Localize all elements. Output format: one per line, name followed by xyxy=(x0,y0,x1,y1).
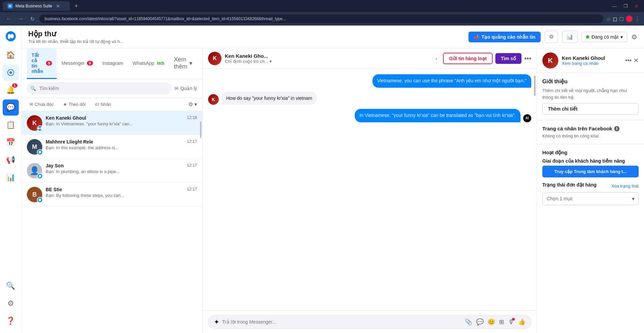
table-btn[interactable]: ⊞ xyxy=(499,318,504,326)
sidebar-item-calendar[interactable]: 📅 xyxy=(3,134,19,151)
gear-button[interactable]: ⚙ xyxy=(631,33,637,41)
inbox-title: Hộp thư xyxy=(28,30,123,38)
create-ad-button[interactable]: 📣 Tạo quảng cáo nhắn tin xyxy=(468,32,541,42)
add-detail-button[interactable]: Thêm chi tiết xyxy=(542,103,639,115)
chat-input[interactable] xyxy=(222,319,462,325)
delete-status-link[interactable]: Xóa trạng thái xyxy=(611,183,639,189)
sidebar-item-analytics[interactable]: 📊 xyxy=(3,169,19,185)
emoji-btn[interactable]: 😊 xyxy=(488,318,495,326)
record-btn[interactable]: 🎙 xyxy=(508,319,514,326)
profile-icon[interactable] xyxy=(626,15,633,22)
forward-btn[interactable]: → xyxy=(16,14,26,23)
conv-info-3: Jay Son Bạn: In plumbing, an elbow is a … xyxy=(46,163,184,174)
extension-icon[interactable]: ◻ xyxy=(613,16,617,22)
order-status-row: Trạng thái đơn đặt hàng Xóa trạng thái xyxy=(542,182,639,190)
conv-info-2: Mahhnre Llieght Rele Bạn: In this exampl… xyxy=(46,139,184,150)
settings-icon-btn[interactable]: ⚙ xyxy=(545,31,558,43)
like-btn[interactable]: 👍 xyxy=(518,318,526,326)
sidebar-item-pages[interactable] xyxy=(3,65,19,81)
back-btn[interactable]: ← xyxy=(4,14,13,23)
filter-unread[interactable]: ✉ Chưa đọc xyxy=(27,100,56,108)
tab-messenger-badge: 9 xyxy=(87,61,93,66)
browser-tab[interactable]: M Meta Business Suite ✕ xyxy=(3,1,70,11)
find-number-button[interactable]: Tìm số xyxy=(495,53,522,64)
address-bar[interactable] xyxy=(39,14,603,23)
order-status-select[interactable]: Chọn 1 mục Đang xử lý Đã hoàn thành Đã h… xyxy=(542,192,639,205)
filter-more-btn[interactable]: ⚙ ▾ xyxy=(188,101,197,108)
tag-icon: 🏷 xyxy=(95,102,99,107)
tab-close-btn[interactable]: ✕ xyxy=(56,3,60,9)
sidebar-item-ads[interactable]: 📢 xyxy=(3,152,19,168)
manage-button[interactable]: ✉ Quản lý xyxy=(175,86,197,91)
conv-preview-1: Bạn: In Vietnamese, "your funny kr'xia" … xyxy=(46,121,184,126)
more-options-icon[interactable]: ⋮ xyxy=(635,16,640,22)
extension2-icon[interactable]: ⬡ xyxy=(619,16,624,22)
sidebar-item-messages[interactable]: 💬 xyxy=(3,99,19,116)
tab-more[interactable]: Xem thêm ▾ xyxy=(169,52,197,75)
filter-follow[interactable]: ★ Theo dõi xyxy=(60,100,88,108)
right-fb-text: Không có thông tin công khai. xyxy=(542,133,639,138)
right-fb-section: Trang cá nhân trên Facebook ℹ Không có t… xyxy=(537,120,644,144)
msg-row-1: Vietnamese, you can use the phrase "Anh … xyxy=(208,74,531,88)
refresh-btn[interactable]: ↻ xyxy=(28,14,37,24)
browser-window-controls: — ❐ ✕ xyxy=(609,3,641,9)
tab-more-label: Xem thêm xyxy=(174,56,187,70)
filter-icon: ⚙ xyxy=(188,101,193,107)
tab-messenger[interactable]: Messenger 9 xyxy=(57,56,97,71)
sidebar-item-help[interactable]: ❓ xyxy=(3,313,19,329)
conv-item-4[interactable]: B BE Stie Bạn: By following these steps,… xyxy=(21,183,202,207)
app-container: 🏠 🔔 1 💬 📋 📅 📢 📊 🔍 ⚙ ❓ Hộp thư Trả lời ti… xyxy=(0,26,644,333)
star-icon[interactable]: ☆ xyxy=(606,16,611,22)
new-tab-btn[interactable]: + xyxy=(72,1,81,11)
minimize-btn[interactable]: — xyxy=(609,3,620,9)
tab-all-messages[interactable]: Tất cả tin nhắn 9 xyxy=(27,48,57,79)
conv-item-2[interactable]: M Mahhnre Llieght Rele Bạn: In this exam… xyxy=(21,135,202,159)
conv-name-4: BE Stie xyxy=(46,187,184,192)
customer-stage-label: Giai đoạn của khách hàng tiềm năng xyxy=(542,158,639,164)
close-btn[interactable]: ✕ xyxy=(632,3,641,9)
meta-logo[interactable] xyxy=(4,30,17,43)
megaphone-icon: 📣 xyxy=(474,34,480,40)
conversation-panel: Tất cả tin nhắn 9 Messenger 9 Instagram … xyxy=(21,48,203,333)
right-avatar: K xyxy=(542,52,558,69)
info-icon[interactable]: ℹ xyxy=(614,126,620,131)
tab-all-badge: 9 xyxy=(46,61,52,66)
status-button[interactable]: Đang có mặt ▾ xyxy=(582,32,627,42)
sidebar-item-search[interactable]: 🔍 xyxy=(3,278,19,294)
envelope-small-icon: ✉ xyxy=(30,102,33,107)
right-user-link[interactable]: Xem trang cá nhân xyxy=(562,61,622,66)
chevron-down-icon: ▾ xyxy=(189,59,192,67)
sidebar-item-home[interactable]: 🏠 xyxy=(3,47,19,63)
order-status-select-wrapper: Chọn 1 mục Đang xử lý Đã hoàn thành Đã h… xyxy=(542,192,639,205)
chat-scrollbar-thumb xyxy=(534,76,536,96)
chevron-down-icon: ▾ xyxy=(194,101,197,107)
search-input[interactable] xyxy=(27,83,171,94)
chat-actions: ‹ Gửi tin hàng loạt Tìm số ••• xyxy=(432,53,531,64)
conv-item-1[interactable]: K Ken Kaneki Ghoul Bạn: In Vietnamese, "… xyxy=(21,111,202,135)
right-more-btn[interactable]: ••• xyxy=(625,57,632,64)
chat-header: K Ken Kaneki Gho... Chỉ định cuộc trò ch… xyxy=(203,48,537,69)
access-center-button[interactable]: Truy cập Trung tâm khách hàng t... xyxy=(542,166,639,177)
attachment-btn[interactable]: 📎 xyxy=(465,318,472,326)
tab-instagram[interactable]: Instagram xyxy=(98,56,128,71)
right-panel-actions: ••• ✕ xyxy=(625,57,639,64)
tab-whatsapp[interactable]: WhatsApp Mới xyxy=(128,56,169,71)
chart-icon-btn[interactable]: 📊 xyxy=(562,31,578,43)
sidebar-item-settings[interactable]: ⚙ xyxy=(3,295,19,311)
sidebar-item-notifications[interactable]: 🔔 1 xyxy=(3,82,19,98)
scroll-left-btn[interactable]: ‹ xyxy=(432,54,440,63)
send-bulk-button[interactable]: Gửi tin hàng loạt xyxy=(443,53,493,64)
speech-btn[interactable]: 💬 xyxy=(476,318,484,326)
sidebar-item-pages-mgmt[interactable]: 📋 xyxy=(3,117,19,133)
star-icon: ★ xyxy=(63,102,67,107)
right-user-name: Ken Kaneki Ghoul xyxy=(562,55,622,61)
conv-item-3[interactable]: 👤 Jay Son Bạn: In plumbing, an elbow is … xyxy=(21,159,202,183)
chat-user-name: Ken Kaneki Gho... xyxy=(225,53,429,59)
filter-label[interactable]: 🏷 Nhãn xyxy=(92,100,114,108)
manage-label: Quản lý xyxy=(181,86,197,91)
right-close-btn[interactable]: ✕ xyxy=(634,57,639,64)
inbox-body: Tất cả tin nhắn 9 Messenger 9 Instagram … xyxy=(21,48,644,333)
maximize-btn[interactable]: ❐ xyxy=(621,3,631,9)
chat-more-btn[interactable]: ••• xyxy=(524,55,531,63)
right-intro-title: Giới thiệu xyxy=(542,78,639,85)
